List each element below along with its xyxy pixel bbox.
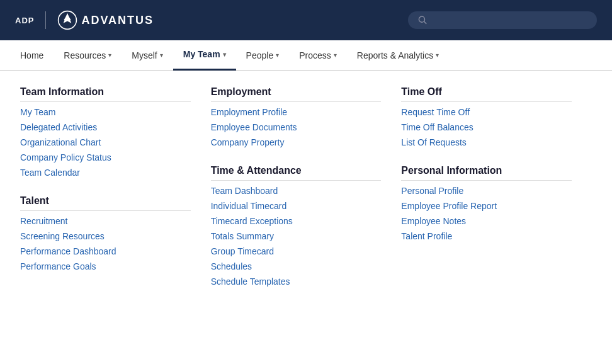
- link-team-dashboard[interactable]: Team Dashboard: [211, 186, 278, 196]
- list-item: Screening Resources: [20, 231, 191, 241]
- link-employee-profile-report[interactable]: Employee Profile Report: [401, 201, 497, 211]
- link-performance-dashboard[interactable]: Performance Dashboard: [20, 246, 116, 256]
- section-team-information: Team InformationMy TeamDelegated Activit…: [20, 86, 191, 178]
- dropdown-col-3: Time OffRequest Time OffTime Off Balance…: [401, 86, 592, 304]
- chevron-down-icon: ▾: [223, 51, 226, 58]
- nav-my-team[interactable]: My Team ▾: [173, 40, 236, 71]
- nav-myself[interactable]: Myself ▾: [122, 40, 173, 71]
- link-performance-goals[interactable]: Performance Goals: [20, 261, 96, 271]
- dropdown-panel: Team InformationMy TeamDelegated Activit…: [0, 71, 612, 319]
- link-organizational-chart[interactable]: Organizational Chart: [20, 137, 101, 147]
- advantus-icon: [57, 10, 77, 30]
- list-item: Delegated Activities: [20, 122, 191, 132]
- list-item: Team Dashboard: [211, 186, 382, 196]
- link-company-property[interactable]: Company Property: [211, 137, 285, 147]
- list-item: Schedule Templates: [211, 276, 382, 287]
- link-individual-timecard[interactable]: Individual Timecard: [211, 201, 287, 211]
- list-item: Recruitment: [20, 216, 191, 226]
- section-personal-information: Personal InformationPersonal ProfileEmpl…: [401, 165, 572, 241]
- section-header-1: Personal Information: [401, 165, 572, 181]
- list-item: Timecard Exceptions: [211, 216, 382, 226]
- link-team-calendar[interactable]: Team Calendar: [20, 168, 80, 178]
- link-my-team[interactable]: My Team: [20, 107, 56, 117]
- search-input[interactable]: [433, 15, 587, 25]
- logo-area: ADP ADVANTUS: [15, 10, 154, 30]
- nav-resources[interactable]: Resources ▾: [54, 40, 122, 71]
- chevron-down-icon: ▾: [160, 52, 163, 59]
- section-employment: EmploymentEmployment ProfileEmployee Doc…: [211, 86, 382, 147]
- list-item: Employee Documents: [211, 122, 382, 132]
- adp-logo: ADP: [15, 16, 34, 25]
- advantus-logo: ADVANTUS: [57, 10, 154, 30]
- list-item: Company Property: [211, 137, 382, 147]
- link-personal-profile[interactable]: Personal Profile: [401, 186, 463, 196]
- link-schedule-templates[interactable]: Schedule Templates: [211, 276, 290, 287]
- dropdown-col-2: EmploymentEmployment ProfileEmployee Doc…: [211, 86, 402, 304]
- link-employee-documents[interactable]: Employee Documents: [211, 122, 297, 132]
- list-item: Time Off Balances: [401, 122, 572, 132]
- link-list-of-requests[interactable]: List Of Requests: [401, 137, 467, 147]
- section-header-0: Team Information: [20, 86, 191, 102]
- link-employment-profile[interactable]: Employment Profile: [211, 107, 287, 117]
- list-item: My Team: [20, 107, 191, 117]
- list-item: Employee Notes: [401, 216, 572, 226]
- section-talent: TalentRecruitmentScreening ResourcesPerf…: [20, 195, 191, 271]
- main-navigation: Home Resources ▾ Myself ▾ My Team ▾ Peop…: [0, 40, 612, 71]
- list-item: Employment Profile: [211, 107, 382, 117]
- link-delegated-activities[interactable]: Delegated Activities: [20, 122, 97, 132]
- list-item: Talent Profile: [401, 231, 572, 241]
- list-item: Team Calendar: [20, 168, 191, 178]
- chevron-down-icon: ▾: [108, 52, 111, 59]
- dropdown-col-1: Team InformationMy TeamDelegated Activit…: [20, 86, 211, 304]
- list-item: Company Policy Status: [20, 152, 191, 162]
- search-bar[interactable]: [408, 11, 597, 29]
- link-totals-summary[interactable]: Totals Summary: [211, 231, 274, 241]
- nav-reports-analytics[interactable]: Reports & Analytics ▾: [347, 40, 449, 71]
- logo-divider: [45, 11, 46, 29]
- list-item: Group Timecard: [211, 246, 382, 256]
- link-request-time-off[interactable]: Request Time Off: [401, 107, 470, 117]
- link-group-timecard[interactable]: Group Timecard: [211, 246, 274, 256]
- list-item: Schedules: [211, 261, 382, 271]
- list-item: Personal Profile: [401, 186, 572, 196]
- section-time-&-attendance: Time & AttendanceTeam DashboardIndividua…: [211, 165, 382, 287]
- link-company-policy-status[interactable]: Company Policy Status: [20, 152, 111, 162]
- svg-line-2: [424, 21, 426, 23]
- nav-home[interactable]: Home: [10, 40, 54, 71]
- brand-name: ADVANTUS: [81, 14, 154, 27]
- link-schedules[interactable]: Schedules: [211, 261, 252, 271]
- chevron-down-icon: ▾: [276, 52, 279, 59]
- nav-people[interactable]: People ▾: [236, 40, 290, 71]
- list-item: Organizational Chart: [20, 137, 191, 147]
- chevron-down-icon: ▾: [436, 52, 439, 59]
- list-item: Performance Dashboard: [20, 246, 191, 256]
- list-item: Totals Summary: [211, 231, 382, 241]
- section-header-1: Talent: [20, 195, 191, 211]
- list-item: Performance Goals: [20, 261, 191, 271]
- list-item: Individual Timecard: [211, 201, 382, 211]
- link-talent-profile[interactable]: Talent Profile: [401, 231, 452, 241]
- section-header-0: Time Off: [401, 86, 572, 102]
- list-item: List Of Requests: [401, 137, 572, 147]
- list-item: Request Time Off: [401, 107, 572, 117]
- section-time-off: Time OffRequest Time OffTime Off Balance…: [401, 86, 572, 147]
- link-recruitment[interactable]: Recruitment: [20, 216, 67, 226]
- list-item: Employee Profile Report: [401, 201, 572, 211]
- link-employee-notes[interactable]: Employee Notes: [401, 216, 466, 226]
- link-time-off-balances[interactable]: Time Off Balances: [401, 122, 473, 132]
- link-screening-resources[interactable]: Screening Resources: [20, 231, 105, 241]
- section-header-1: Time & Attendance: [211, 165, 382, 181]
- top-navigation: ADP ADVANTUS: [0, 0, 612, 40]
- search-icon: [418, 15, 428, 25]
- link-timecard-exceptions[interactable]: Timecard Exceptions: [211, 216, 293, 226]
- chevron-down-icon: ▾: [334, 52, 337, 59]
- section-header-0: Employment: [211, 86, 382, 102]
- nav-process[interactable]: Process ▾: [289, 40, 347, 71]
